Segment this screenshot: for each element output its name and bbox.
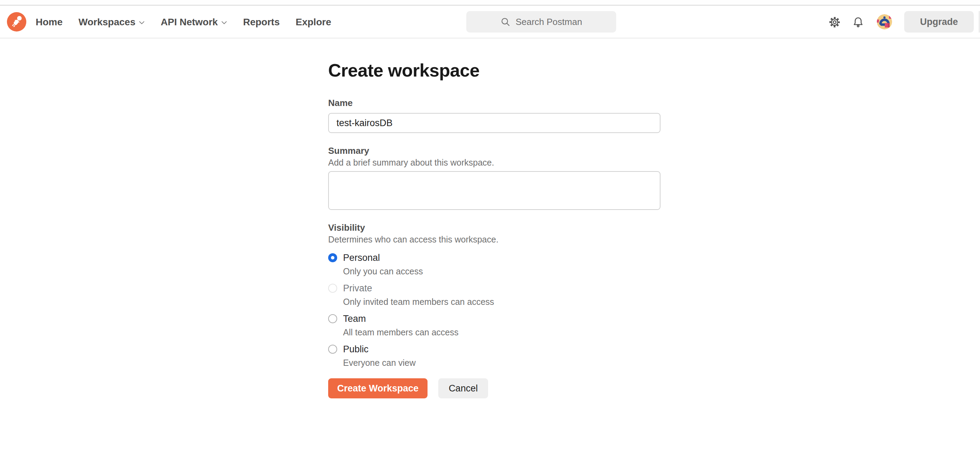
summary-help-text: Add a brief summary about this workspace… — [328, 157, 660, 168]
workspace-name-input[interactable] — [328, 113, 660, 133]
chevron-down-icon — [221, 21, 227, 25]
radio-button[interactable] — [328, 314, 337, 323]
search-placeholder: Search Postman — [515, 17, 582, 27]
radio-label[interactable]: Personal — [343, 252, 380, 263]
radio-option-team[interactable]: Team All team members can access — [328, 313, 660, 337]
user-avatar[interactable] — [877, 14, 892, 29]
nav-item-api-network[interactable]: API Network — [161, 17, 227, 28]
top-navigation-bar: Home Workspaces API Network Reports Expl… — [0, 6, 980, 38]
create-workspace-form: Create workspace Name Summary Add a brie… — [328, 60, 660, 398]
notifications-button[interactable] — [851, 15, 865, 29]
postman-app: Home Workspaces API Network Reports Expl… — [0, 0, 980, 450]
bell-icon — [852, 16, 864, 28]
nav-item-explore[interactable]: Explore — [296, 17, 331, 28]
summary-label: Summary — [328, 145, 660, 156]
page-title: Create workspace — [328, 60, 660, 81]
nav-item-workspaces[interactable]: Workspaces — [79, 17, 145, 28]
visibility-label: Visibility — [328, 222, 660, 233]
upgrade-dropdown-button[interactable] — [978, 11, 980, 33]
nav-item-home[interactable]: Home — [36, 17, 63, 28]
search-icon — [500, 17, 511, 27]
nav-label: Reports — [243, 17, 280, 28]
primary-nav: Home Workspaces API Network Reports Expl… — [36, 6, 331, 38]
avatar-icon — [877, 14, 892, 29]
visibility-help-text: Determines who can access this workspace… — [328, 234, 660, 244]
radio-button[interactable] — [328, 345, 337, 354]
radio-label: Private — [343, 283, 372, 294]
page-top-divider — [0, 0, 980, 6]
postman-logo-icon[interactable] — [7, 12, 26, 32]
radio-button-disabled — [328, 284, 337, 293]
radio-help-text: Only you can access — [343, 266, 660, 276]
search-input[interactable]: Search Postman — [466, 11, 616, 33]
nav-label: Explore — [296, 17, 331, 28]
radio-help-text: Only invited team members can access — [343, 297, 660, 307]
radio-option-personal[interactable]: Personal Only you can access — [328, 252, 660, 276]
form-actions: Create Workspace Cancel — [328, 378, 660, 398]
radio-help-text: Everyone can view — [343, 357, 660, 368]
radio-button-selected[interactable] — [328, 253, 337, 262]
nav-label: Workspaces — [79, 17, 135, 28]
radio-help-text: All team members can access — [343, 327, 660, 337]
nav-label: Home — [36, 17, 63, 28]
upgrade-label: Upgrade — [920, 17, 958, 27]
settings-button[interactable] — [827, 15, 842, 29]
radio-option-public[interactable]: Public Everyone can view — [328, 344, 660, 368]
gear-icon — [828, 16, 841, 29]
radio-option-private[interactable]: Private Only invited team members can ac… — [328, 283, 660, 307]
cancel-button[interactable]: Cancel — [438, 378, 488, 398]
name-label: Name — [328, 98, 660, 108]
chevron-down-icon — [139, 21, 145, 25]
workspace-summary-textarea[interactable] — [328, 171, 660, 210]
create-workspace-button[interactable]: Create Workspace — [328, 378, 428, 398]
upgrade-button[interactable]: Upgrade — [904, 11, 974, 33]
radio-label[interactable]: Team — [343, 313, 366, 324]
visibility-options: Personal Only you can access Private Onl… — [328, 252, 660, 368]
nav-item-reports[interactable]: Reports — [243, 17, 280, 28]
nav-label: API Network — [161, 17, 218, 28]
radio-label[interactable]: Public — [343, 344, 369, 355]
